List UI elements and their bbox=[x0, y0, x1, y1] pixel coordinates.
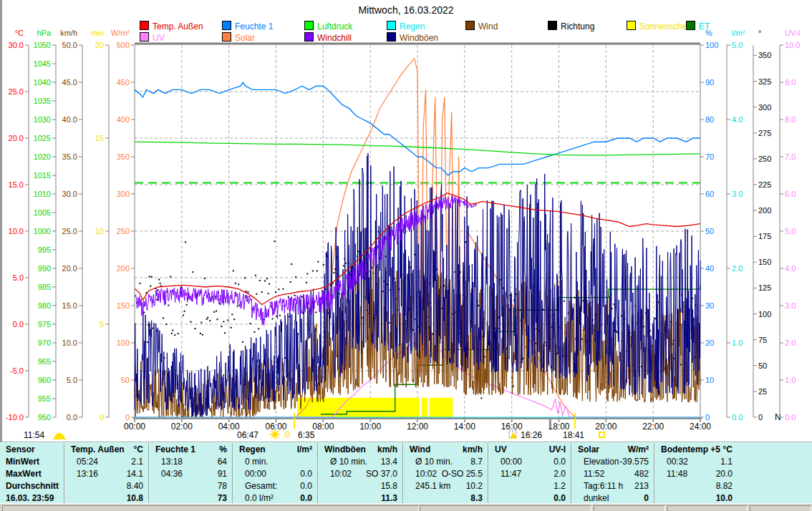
axis-tick-label: 100 bbox=[117, 339, 130, 347]
axis-tick-label: 1005 bbox=[34, 208, 51, 217]
sensor-unit: °C bbox=[723, 443, 806, 456]
table-col-windb-en: Windböenkm/hØ 10 min.13.410:02SO 37.015.… bbox=[317, 443, 402, 505]
sensor-name: Temp. Außen bbox=[71, 443, 125, 456]
axis-tick-label: 350 bbox=[758, 51, 771, 59]
cell-label: 10:02 bbox=[410, 468, 437, 480]
table-row: 04:3691 bbox=[150, 468, 232, 480]
axis-tick-label: 1035 bbox=[34, 97, 51, 105]
axis-tick-label: 35.0 bbox=[62, 152, 77, 161]
axis-tick-label: 30 bbox=[705, 301, 714, 310]
table-row: 15.8 bbox=[319, 480, 402, 492]
cell-label: 11:48 bbox=[661, 468, 687, 480]
axis-tick-label: 175 bbox=[758, 232, 771, 240]
table-header-cell: Temp. Außen°C bbox=[65, 443, 148, 456]
sensor-unit: W/m² bbox=[628, 443, 649, 456]
cell-value: 2.1 bbox=[131, 456, 143, 468]
x-tick-label: 14:00 bbox=[454, 422, 475, 432]
stats-table: SensorMinWertMaxWertDurchschnitt16.03. 2… bbox=[0, 442, 812, 505]
table-row: 245.1 km10.2 bbox=[404, 480, 488, 492]
axis-tick-label: 125 bbox=[758, 283, 771, 292]
cell-label: Ø 10 min. bbox=[324, 456, 367, 468]
axis-tick-label: 1025 bbox=[34, 134, 51, 142]
table-col-regen: Regenl/m²0 min.00:000.0Gesamt:0.00.0 l/m… bbox=[232, 443, 317, 505]
cell-label: 245.1 km bbox=[410, 480, 450, 492]
table-row: 10:02SO 37.0 bbox=[319, 468, 402, 480]
cell-value: 78 bbox=[218, 480, 227, 492]
cell-label bbox=[661, 480, 667, 492]
cell-value: SO 37.0 bbox=[366, 468, 397, 480]
table-row: 13:1614.1 bbox=[65, 468, 148, 480]
axis-tick-label: 15.0 bbox=[9, 180, 24, 189]
axis-tick-label: 0 bbox=[100, 413, 104, 422]
sensor-name: Windböen bbox=[324, 443, 366, 456]
row-label: MinWert bbox=[6, 456, 39, 468]
axis-tick-label: 970 bbox=[38, 339, 51, 347]
cell-value: 14.1 bbox=[127, 468, 143, 480]
cell-label: Gesamt: bbox=[239, 480, 277, 492]
axis-tick-label: 500 bbox=[117, 41, 130, 49]
series-luftdruck bbox=[135, 142, 700, 155]
cell-value: 10.2 bbox=[466, 480, 483, 492]
axis-tick-label: 10.0 bbox=[785, 41, 800, 49]
cell-value: 8.82 bbox=[716, 480, 806, 492]
cell-label bbox=[495, 480, 501, 492]
table-row: 8.40 bbox=[65, 480, 148, 492]
x-tick-label: 22:00 bbox=[642, 422, 664, 432]
row-label: Durchschnitt bbox=[6, 480, 59, 492]
cell-value: -39.575 bbox=[619, 456, 649, 468]
axis-unit-km/h: km/h bbox=[60, 29, 77, 37]
table-col-wind: Windkm/hØ 10 min.8.710:02O-SO 25.5245.1 … bbox=[402, 443, 488, 505]
cell-value: 0.0 bbox=[300, 480, 312, 492]
table-header-cell: Sensor bbox=[0, 443, 64, 456]
status-bar-panel-4 bbox=[667, 505, 748, 511]
axis-tick-label: 6.0 bbox=[785, 190, 796, 198]
axis-tick-label: 1045 bbox=[34, 59, 51, 68]
table-col-bodentemp-5: Bodentemp +5°C00:321.111:4820.08.8210.0 bbox=[654, 443, 811, 505]
axis-tick-label: 80 bbox=[705, 115, 714, 124]
cell-label: 11:52 bbox=[578, 468, 604, 480]
axis-tick-label: 10.0 bbox=[9, 227, 24, 235]
cell-label: Ø 10 min. bbox=[410, 456, 453, 468]
table-row-label: MaxWert bbox=[0, 468, 64, 480]
axis-tick-label: 90 bbox=[705, 78, 714, 87]
axis-tick-label: 325 bbox=[758, 77, 771, 86]
cell-label: 13:18 bbox=[155, 456, 183, 468]
sensor-name: Feuchte 1 bbox=[155, 443, 195, 456]
axis-tick-label: 0 bbox=[758, 413, 763, 422]
cell-label bbox=[324, 480, 330, 492]
sunrise-sun-icon bbox=[270, 429, 294, 439]
axis-unit-hPa: hPa bbox=[37, 29, 51, 37]
cell-value: 91 bbox=[218, 468, 227, 480]
axis-tick-label: 450 bbox=[117, 78, 130, 87]
sensor-unit: °C bbox=[134, 443, 143, 456]
axis-tick-label: 50 bbox=[705, 227, 714, 235]
axis-tick-label: 150 bbox=[758, 258, 771, 266]
moonrise-icon bbox=[508, 429, 519, 439]
axis-tick-label: 275 bbox=[758, 129, 771, 137]
axis-tick-label: 1000 bbox=[34, 227, 51, 235]
table-row: 11:4820.0 bbox=[655, 468, 811, 480]
axis-tick-label: 2.0 bbox=[785, 339, 796, 347]
cell-label: Elevation bbox=[578, 456, 619, 468]
axis-tick-label: 60 bbox=[705, 190, 714, 198]
series-sonnenschein bbox=[422, 398, 427, 417]
status-bar-panel-1 bbox=[2, 505, 419, 511]
axis-tick-label: 50.0 bbox=[62, 41, 77, 49]
axis-tick-label: 4.0 bbox=[785, 264, 796, 273]
weather-station-day-view: Mittwoch, 16.03.2022 Temp. AußenFeuchte … bbox=[0, 0, 812, 511]
cell-value: 2.0 bbox=[554, 468, 566, 480]
sunrise-time-label: 06:47 bbox=[237, 430, 258, 440]
axis-tick-label: 955 bbox=[38, 394, 51, 403]
axis-tick-label: 965 bbox=[38, 357, 51, 366]
axis-tick-label: 25.0 bbox=[9, 87, 24, 96]
axis-tick-label: 990 bbox=[38, 264, 51, 273]
axis-tick-label: 0 bbox=[705, 413, 710, 422]
axis-tick-label: 300 bbox=[117, 190, 130, 198]
table-header-cell: Feuchte 1% bbox=[150, 443, 232, 456]
table-header-cell: Regenl/m² bbox=[233, 443, 317, 456]
status-bar-panel-2 bbox=[420, 505, 591, 511]
axis-tick-label: 50 bbox=[121, 376, 130, 384]
axis-tick-label: 225 bbox=[758, 180, 771, 189]
table-header-cell: UVUV-I bbox=[489, 443, 571, 456]
cell-value: 0.0 bbox=[300, 468, 312, 480]
